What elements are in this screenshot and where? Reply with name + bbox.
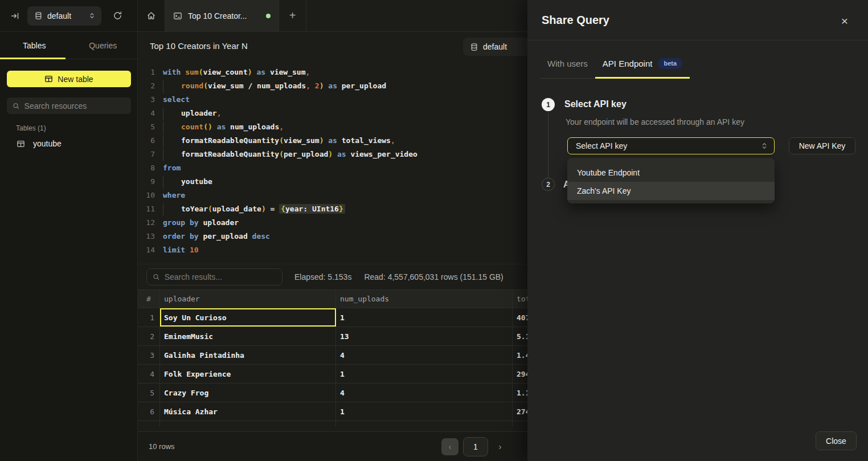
table-row: 3Galinha Pintadinha41.4 bbox=[138, 346, 527, 365]
num-uploads-cell[interactable]: 1 bbox=[336, 308, 513, 327]
sidebar: Tables Queries New table Tables (1) yout… bbox=[0, 32, 138, 461]
tab-api-endpoint[interactable]: API Endpoint beta bbox=[595, 50, 690, 78]
new-table-button[interactable]: New table bbox=[7, 71, 131, 87]
select-api-key-description: Your endpoint will be accessed through a… bbox=[566, 117, 744, 127]
share-panel-title: Share Query bbox=[542, 14, 609, 27]
query-tab[interactable]: Top 10 Creator... bbox=[165, 0, 279, 31]
read-stat: Read: 4,557,605,031 rows (151.15 GB) bbox=[364, 272, 503, 282]
close-panel-icon[interactable]: × bbox=[837, 14, 852, 28]
uploader-cell[interactable]: Galinha Pintadinha bbox=[160, 346, 336, 364]
tab-with-users[interactable]: With users bbox=[540, 50, 595, 78]
tab-tables[interactable]: Tables bbox=[0, 32, 69, 59]
query-tab-label: Top 10 Creator... bbox=[188, 11, 260, 21]
num-uploads-cell[interactable]: 4 bbox=[336, 346, 513, 364]
row-number-cell: 6 bbox=[138, 402, 160, 421]
terminal-icon bbox=[173, 11, 182, 21]
line-number: 11 bbox=[138, 202, 155, 216]
api-key-select[interactable]: Select API key bbox=[567, 137, 775, 154]
results-search bbox=[146, 268, 282, 285]
tables-list: youtube bbox=[0, 136, 138, 152]
num-uploads-cell[interactable]: 1 bbox=[336, 365, 513, 383]
line-number: 12 bbox=[138, 216, 155, 230]
table-row: 2EminemMusic135.1 bbox=[138, 327, 527, 346]
code-line: 10where bbox=[138, 189, 527, 202]
refresh-icon bbox=[113, 11, 122, 21]
home-button[interactable] bbox=[138, 0, 165, 31]
table-icon bbox=[44, 75, 53, 83]
code-line: 11 toYear(upload_date) = {year: UInt16} bbox=[138, 202, 527, 216]
table-icon bbox=[17, 140, 25, 148]
api-key-select-value: Select API key bbox=[576, 141, 760, 150]
refresh-button[interactable] bbox=[107, 6, 128, 26]
query-database-selector[interactable]: default bbox=[463, 38, 527, 56]
table-row: 5Crazy Frog41.1 bbox=[138, 384, 527, 402]
row-number-cell: 1 bbox=[138, 308, 160, 327]
current-page-button[interactable]: 1 bbox=[463, 437, 488, 456]
elapsed-stat: Elapsed: 5.153s bbox=[294, 272, 351, 282]
new-api-key-button[interactable]: New API Key bbox=[789, 137, 855, 154]
main-area: Top 10 Creators in Year N default 1with … bbox=[138, 32, 527, 461]
num-uploads-cell[interactable]: 13 bbox=[336, 327, 513, 345]
uploader-cell[interactable]: EminemMusic bbox=[160, 327, 336, 345]
total-views-cell[interactable]: 1.1 bbox=[513, 384, 527, 402]
uploader-cell[interactable]: Crazy Frog bbox=[160, 384, 336, 402]
line-number: 4 bbox=[138, 107, 155, 120]
total-views-cell[interactable]: 5.1 bbox=[513, 327, 527, 345]
database-selector[interactable]: default bbox=[27, 6, 101, 26]
line-number: 13 bbox=[138, 230, 155, 243]
column-header: num_uploads bbox=[336, 290, 513, 308]
code-line: 9 youtube bbox=[138, 175, 527, 189]
select-api-key-heading: Select API key bbox=[564, 99, 627, 109]
total-views-cell[interactable]: 274 bbox=[513, 402, 527, 421]
resource-search bbox=[7, 97, 131, 114]
total-views-cell[interactable]: 407 bbox=[513, 308, 527, 327]
app-window: default Top 10 Creator... + Tables Queri… bbox=[0, 0, 868, 461]
line-number: 14 bbox=[138, 243, 155, 257]
resource-search-input[interactable] bbox=[24, 101, 125, 111]
code-line: 14limit 10 bbox=[138, 243, 527, 257]
num-uploads-cell[interactable]: 4 bbox=[336, 384, 513, 402]
row-number-cell: 4 bbox=[138, 365, 160, 383]
query-title: Top 10 Creators in Year N bbox=[150, 41, 248, 51]
code-line: 4 uploader, bbox=[138, 107, 527, 120]
num-uploads-cell[interactable]: 1 bbox=[336, 402, 513, 421]
new-tab-button[interactable]: + bbox=[279, 0, 306, 31]
line-number: 8 bbox=[138, 161, 155, 175]
previous-page-button[interactable]: ‹ bbox=[441, 438, 458, 455]
table-header-row: #uploadernum_uploadstotal_views bbox=[138, 289, 527, 308]
close-panel-button[interactable]: Close bbox=[816, 431, 857, 450]
sidebar-table-item[interactable]: youtube bbox=[0, 136, 138, 152]
code-line: 12group by uploader bbox=[138, 216, 527, 230]
total-views-cell[interactable]: 294 bbox=[513, 365, 527, 383]
results-footer: 10 rows ‹ 1 › bbox=[138, 431, 527, 461]
table-name: youtube bbox=[33, 139, 62, 148]
code-line: 7 formatReadableQuantity(per_upload) as … bbox=[138, 148, 527, 161]
unsaved-changes-dot bbox=[266, 14, 271, 18]
total-views-cell[interactable]: 1.4 bbox=[513, 346, 527, 364]
api-key-option[interactable]: Youtube Endpoint bbox=[567, 164, 775, 182]
sql-editor[interactable]: 1with sum(view_count) as view_sum,2 roun… bbox=[138, 59, 527, 264]
api-key-option[interactable]: Zach's API Key bbox=[567, 182, 775, 200]
line-number: 9 bbox=[138, 175, 155, 189]
next-page-button[interactable]: › bbox=[493, 438, 507, 455]
database-selector-value: default bbox=[47, 11, 84, 21]
pagination: ‹ 1 › bbox=[441, 432, 507, 461]
query-database-value: default bbox=[483, 42, 507, 51]
uploader-cell[interactable]: Folk Experience bbox=[160, 365, 336, 383]
line-number: 1 bbox=[138, 66, 155, 79]
table-row-partial bbox=[138, 421, 527, 426]
line-number: 3 bbox=[138, 93, 155, 107]
results-search-input[interactable] bbox=[165, 272, 276, 282]
row-number-cell: 5 bbox=[138, 384, 160, 402]
share-query-panel: Share Query × With users API Endpoint be… bbox=[527, 0, 868, 461]
code-line: 6 formatReadableQuantity(view_sum) as to… bbox=[138, 134, 527, 148]
tab-queries[interactable]: Queries bbox=[69, 32, 138, 59]
tab-api-endpoint-label: API Endpoint bbox=[603, 59, 653, 68]
code-line: 1with sum(view_count) as view_sum, bbox=[138, 66, 527, 79]
results-table: #uploadernum_uploadstotal_views1Soy Un C… bbox=[138, 289, 527, 426]
uploader-cell[interactable]: Soy Un Curioso bbox=[160, 308, 336, 327]
uploader-cell[interactable]: Música Azhar bbox=[160, 402, 336, 421]
table-row: 1Soy Un Curioso1407 bbox=[138, 308, 527, 327]
chevron-up-down-icon bbox=[88, 12, 96, 19]
collapse-sidebar-button[interactable] bbox=[3, 5, 26, 27]
